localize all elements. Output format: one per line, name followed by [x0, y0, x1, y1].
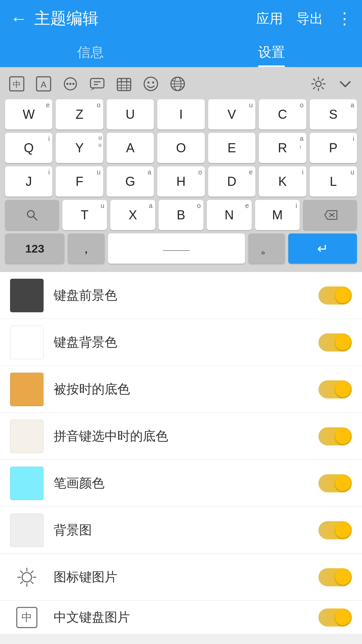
- key-press-color-label: 被按时的底色: [54, 381, 308, 398]
- svg-point-22: [152, 82, 154, 84]
- chinese-key-image-label: 中文键盘图片: [54, 609, 308, 626]
- keyboard-bg-color-toggle[interactable]: [318, 333, 352, 352]
- stroke-color-toggle[interactable]: [318, 474, 352, 492]
- key-n[interactable]: Ne: [207, 200, 252, 230]
- bg-image-swatch[interactable]: [10, 514, 44, 547]
- chinese-key-image-swatch[interactable]: 中: [10, 601, 44, 634]
- svg-point-32: [22, 573, 32, 582]
- key-d[interactable]: De: [208, 166, 255, 197]
- keyboard-preview: 中 A: [0, 67, 362, 272]
- key-h[interactable]: Ho: [157, 166, 204, 197]
- key-w[interactable]: We: [5, 99, 52, 129]
- key-r[interactable]: Rai: [259, 133, 306, 163]
- toolbar-right: [308, 74, 355, 94]
- calendar-icon[interactable]: [114, 74, 134, 94]
- svg-point-6: [69, 83, 71, 85]
- icon-key-image-swatch[interactable]: [10, 560, 44, 594]
- text-input-icon[interactable]: A: [34, 74, 54, 94]
- keyboard-bg-color-swatch[interactable]: [10, 326, 44, 359]
- svg-point-7: [72, 83, 74, 85]
- key-press-color-toggle[interactable]: [318, 380, 352, 398]
- keyboard-bg-color-label: 键盘背景色: [54, 334, 308, 351]
- emoji-icon[interactable]: [141, 74, 161, 94]
- key-q[interactable]: Qi: [5, 133, 52, 163]
- key-f[interactable]: Fu: [56, 166, 103, 197]
- keyboard-fg-color-swatch[interactable]: [10, 279, 44, 312]
- chinese-input-icon[interactable]: 中: [7, 74, 27, 94]
- key-a[interactable]: A: [107, 133, 154, 163]
- key-period[interactable]: 。: [248, 233, 285, 264]
- stroke-color-swatch[interactable]: [10, 467, 44, 500]
- more-menu-button[interactable]: ⋮: [337, 9, 352, 28]
- list-item: 键盘前景色: [0, 272, 362, 319]
- key-t[interactable]: Tu: [62, 200, 107, 230]
- key-z[interactable]: Zo: [56, 99, 103, 129]
- list-item: 笔画颜色: [0, 460, 362, 507]
- svg-marker-11: [90, 89, 95, 91]
- export-button[interactable]: 导出: [296, 9, 323, 28]
- svg-text:中: 中: [13, 80, 21, 89]
- key-press-color-swatch[interactable]: [10, 373, 44, 406]
- key-123[interactable]: 123: [5, 233, 64, 264]
- key-b[interactable]: Bo: [159, 200, 203, 230]
- svg-point-5: [66, 83, 68, 85]
- chinese-key-image-toggle[interactable]: [318, 608, 352, 627]
- chat-bubble-icon[interactable]: [87, 74, 107, 94]
- svg-point-26: [316, 81, 321, 87]
- key-space[interactable]: [108, 233, 245, 264]
- svg-rect-12: [117, 78, 131, 91]
- key-y[interactable]: Yuu: [56, 133, 103, 163]
- list-item: 中 中文键盘图片: [0, 601, 362, 634]
- key-delete[interactable]: [303, 200, 357, 230]
- keyboard-row-3: Ji Fu Ga Ho De Ki Lu: [5, 166, 357, 197]
- svg-point-20: [144, 77, 158, 91]
- key-v[interactable]: Vu: [208, 99, 255, 129]
- keyboard-toolbar: 中 A: [5, 74, 357, 94]
- icon-key-image-toggle[interactable]: [318, 568, 352, 586]
- bg-image-toggle[interactable]: [318, 521, 352, 539]
- key-comma[interactable]: ，: [68, 233, 104, 264]
- key-i[interactable]: I: [157, 99, 204, 129]
- tab-bar: 信息 设置: [0, 37, 362, 67]
- pinyin-select-color-toggle[interactable]: [318, 427, 352, 445]
- key-x[interactable]: Xa: [110, 200, 155, 230]
- key-e[interactable]: E: [208, 133, 255, 163]
- emoji-chat-icon[interactable]: [60, 74, 80, 94]
- top-bar-left: ← 主题编辑: [10, 8, 99, 29]
- key-c[interactable]: Co: [259, 99, 306, 129]
- keyboard-row-2: Qi Yuu A O E Rai Pi: [5, 133, 357, 163]
- keyboard-row-bottom: 123 ， 。 ↵: [5, 233, 357, 264]
- key-m[interactable]: Mi: [255, 200, 300, 230]
- tab-info[interactable]: 信息: [0, 37, 181, 67]
- page-title: 主题编辑: [34, 8, 99, 29]
- key-j[interactable]: Ji: [5, 166, 52, 197]
- svg-point-21: [147, 82, 149, 84]
- keyboard-settings-icon[interactable]: [308, 74, 328, 94]
- key-o[interactable]: O: [157, 133, 204, 163]
- back-button[interactable]: ←: [10, 10, 27, 27]
- tab-settings[interactable]: 设置: [181, 37, 362, 67]
- key-enter[interactable]: ↵: [288, 233, 357, 264]
- key-p[interactable]: Pi: [310, 133, 357, 163]
- key-search[interactable]: [5, 200, 59, 230]
- apply-button[interactable]: 应用: [256, 9, 283, 28]
- list-item: 背景图: [0, 507, 362, 554]
- svg-rect-8: [90, 78, 104, 88]
- key-u[interactable]: U: [107, 99, 154, 129]
- stroke-color-label: 笔画颜色: [54, 475, 308, 492]
- key-k[interactable]: Ki: [259, 166, 306, 197]
- icon-key-image-label: 图标键图片: [54, 569, 308, 586]
- key-s[interactable]: Sa: [310, 99, 357, 129]
- svg-text:中: 中: [21, 611, 32, 623]
- settings-list: 键盘前景色 键盘背景色 被按时的底色 拼音键选中时的底色 笔画颜色 背景图: [0, 272, 362, 634]
- pinyin-select-color-swatch[interactable]: [10, 420, 44, 453]
- list-item: 图标键图片: [0, 554, 362, 601]
- key-l[interactable]: Lu: [310, 166, 357, 197]
- globe-icon[interactable]: [168, 74, 188, 94]
- keyboard-fg-color-toggle[interactable]: [318, 286, 352, 305]
- collapse-keyboard-icon[interactable]: [335, 74, 355, 94]
- bg-image-label: 背景图: [54, 522, 308, 539]
- svg-text:A: A: [41, 79, 47, 90]
- svg-line-28: [34, 217, 37, 220]
- key-g[interactable]: Ga: [107, 166, 154, 197]
